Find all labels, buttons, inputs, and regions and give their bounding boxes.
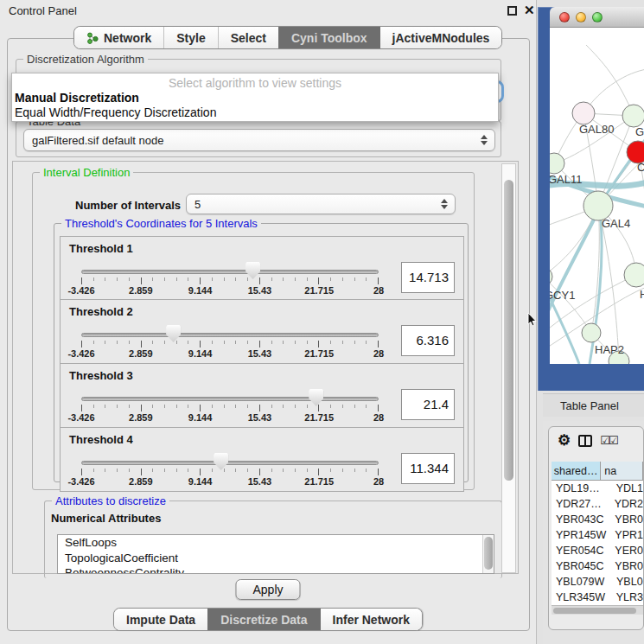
slider-tick-labels: -3.4262.8599.14415.4321.71528 <box>81 285 379 296</box>
table-data-value: galFiltered.sif default node <box>32 134 163 147</box>
cell-name: YBL0 <box>614 576 643 588</box>
table-row[interactable]: YPR145WYPR1 <box>552 527 643 543</box>
tab-impute-data[interactable]: Impute Data <box>114 609 207 630</box>
threshold-value-field[interactable]: 6.316 <box>401 325 455 356</box>
tab-jactivemnodules[interactable]: jActiveMNodules <box>379 27 502 48</box>
attribute-list-item[interactable]: TopologicalCoefficient <box>58 551 494 566</box>
table-row[interactable]: YBL079WYBL0 <box>552 574 643 590</box>
algorithm-option-manual[interactable]: Manual Discretization <box>12 91 498 105</box>
network-node-hap2[interactable] <box>582 323 601 342</box>
slider-tick-labels: -3.4262.8599.14415.4321.71528 <box>81 476 379 487</box>
table-data-combobox[interactable]: galFiltered.sif default node <box>23 129 495 151</box>
tick-label: 15.43 <box>248 476 272 487</box>
threshold-slider[interactable] <box>81 461 379 465</box>
threshold-value-field[interactable]: 11.344 <box>401 453 455 484</box>
network-node-h[interactable] <box>624 263 644 287</box>
float-window-icon[interactable] <box>507 6 517 16</box>
threshold-label: Threshold 1 <box>69 242 133 255</box>
tick-label: 9.144 <box>188 476 213 487</box>
tick-label: -3.426 <box>67 476 94 487</box>
minimize-traffic-light-icon[interactable] <box>576 12 586 22</box>
tab-style[interactable]: Style <box>163 27 217 48</box>
apply-button[interactable]: Apply <box>235 579 300 600</box>
tick-label: 15.43 <box>248 348 272 359</box>
network-node-g[interactable] <box>622 105 644 127</box>
table-panel-inner: ⚙ ☑☑ shared… na YDL19…YDL1YDR27…YDR2YBR0… <box>548 426 644 630</box>
select-columns-checkboxes-icon[interactable]: ☑☑ <box>600 435 616 447</box>
table-row[interactable]: YDL19…YDL1 <box>552 481 643 496</box>
columns-icon[interactable] <box>578 435 592 447</box>
network-canvas[interactable]: GAL80GCGAL11GAL4GCY1HHAP2 <box>550 28 644 364</box>
discretization-algorithm-label: Discretization Algorithm <box>23 53 148 66</box>
number-of-intervals-combobox[interactable]: 5 <box>186 194 456 214</box>
threshold-value-field[interactable]: 14.713 <box>401 262 455 293</box>
threshold-slider[interactable] <box>81 333 379 337</box>
node-label: GAL80 <box>579 123 614 136</box>
cell-shared-name: YBR045C <box>552 560 612 572</box>
algorithm-option-equal-width[interactable]: Equal Width/Frequency Discretization <box>12 105 498 120</box>
attribute-list-item[interactable]: SelfLoops <box>58 535 494 551</box>
tab-infer-network[interactable]: Infer Network <box>320 609 422 630</box>
network-graph: GAL80GCGAL11GAL4GCY1HHAP2 <box>550 28 644 364</box>
interval-definition-label: Interval Definition <box>40 166 133 179</box>
threshold-slider[interactable] <box>81 397 379 401</box>
slider-thumb[interactable] <box>245 262 260 279</box>
table-row[interactable]: YER054CYER0 <box>552 543 643 558</box>
tick-label: 2.859 <box>129 412 153 423</box>
network-node-gal80[interactable] <box>572 102 595 124</box>
attributes-group-label: Attributes to discretize <box>52 494 169 507</box>
table-row[interactable]: YLR345WYLR3 <box>552 590 643 605</box>
bottom-tab-bar: Impute DataDiscretize DataInfer Network <box>113 608 423 631</box>
control-panel-titlebar: Control Panel ✕ <box>0 0 536 21</box>
gear-icon[interactable]: ⚙ <box>558 434 571 448</box>
table-row[interactable]: YBR045CYBR0 <box>552 558 643 574</box>
control-panel: Control Panel ✕ NetworkStyleSelectCyni T… <box>0 0 537 644</box>
cell-name: YPR1 <box>612 529 643 541</box>
column-header-shared-name[interactable]: shared… <box>552 462 601 480</box>
table-row[interactable]: YDR27…YDR2 <box>552 496 643 512</box>
table-toolbar: ⚙ ☑☑ <box>558 434 617 448</box>
slider-thumb[interactable] <box>166 325 181 342</box>
slider-thumb[interactable] <box>214 453 228 470</box>
cell-name: YER0 <box>612 545 643 557</box>
cell-name: YDL1 <box>614 482 643 494</box>
tick-label: 15.43 <box>248 285 272 296</box>
number-of-intervals-value: 5 <box>194 198 201 211</box>
table-panel-titlebar: Table Panel <box>543 393 644 417</box>
table-data-group: Table Data galFiltered.sif default node <box>16 121 501 157</box>
threshold-label: Threshold 3 <box>69 369 133 382</box>
table-panel-title: Table Panel <box>560 399 619 412</box>
network-node-gal4[interactable] <box>583 191 613 220</box>
column-header-name[interactable]: na <box>601 462 643 480</box>
tick-label: 2.859 <box>129 285 153 296</box>
tick-label: 15.43 <box>248 412 272 423</box>
close-icon[interactable]: ✕ <box>524 3 535 18</box>
top-tab-bar: NetworkStyleSelectCyni ToolboxjActiveMNo… <box>73 26 502 49</box>
numerical-attributes-list[interactable]: SelfLoopsTopologicalCoefficientBetweenne… <box>57 534 494 574</box>
zoom-traffic-light-icon[interactable] <box>592 12 603 22</box>
attribute-list-item[interactable]: BetweennessCentrality <box>58 565 494 574</box>
tab-network[interactable]: Network <box>74 27 163 48</box>
table-row[interactable]: YBR043CYBR0 <box>552 512 643 527</box>
tick-label: 21.715 <box>304 285 334 296</box>
threshold-value-field[interactable]: 21.4 <box>401 389 455 420</box>
tab-discretize-data[interactable]: Discretize Data <box>207 609 319 630</box>
slider-ticks <box>81 405 379 411</box>
threshold-slider[interactable] <box>81 270 379 274</box>
slider-thumb[interactable] <box>309 389 323 406</box>
threshold-panel: Threshold 4 -3.4262.8599.14415.4321.7152… <box>60 428 464 492</box>
table-panel: ⚙ ☑☑ shared… na YDL19…YDL1YDR27…YDR2YBR0… <box>543 421 644 644</box>
close-traffic-light-icon[interactable] <box>559 12 570 22</box>
settings-scrollbar[interactable] <box>501 163 516 573</box>
table-horizontal-scrollbar[interactable] <box>552 605 643 615</box>
control-panel-title: Control Panel <box>9 4 77 17</box>
list-scrollbar[interactable] <box>482 535 494 573</box>
threshold-coordinates-group: Threshold's Coordinates for 5 Intervals … <box>54 223 469 482</box>
cell-shared-name: YDR27… <box>552 498 612 510</box>
number-of-intervals-label: Number of Intervals <box>75 199 181 212</box>
tab-select[interactable]: Select <box>218 27 278 48</box>
node-attribute-table[interactable]: shared… na YDL19…YDL1YDR27…YDR2YBR043CYB… <box>552 462 643 605</box>
spinner-arrows-icon <box>481 135 488 145</box>
tick-label: 28 <box>373 476 384 487</box>
tab-cyni-toolbox[interactable]: Cyni Toolbox <box>278 27 379 48</box>
